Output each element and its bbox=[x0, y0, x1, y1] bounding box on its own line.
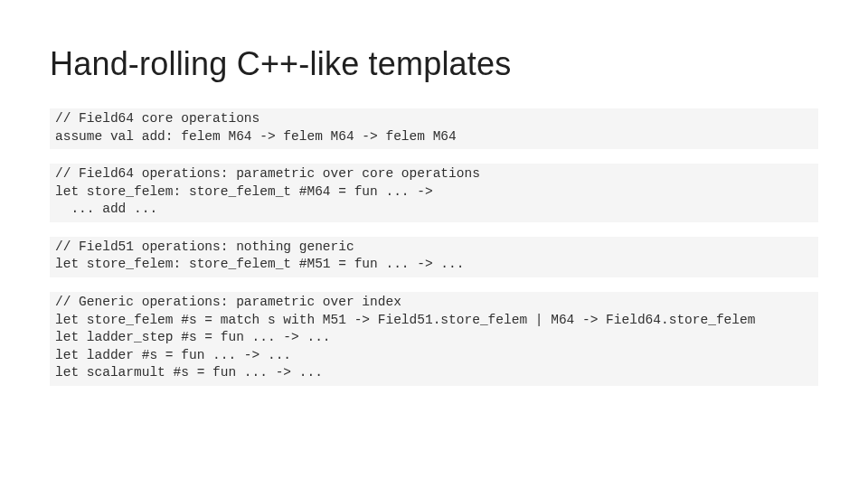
code-block-field51-ops: // Field51 operations: nothing generic l… bbox=[50, 237, 818, 277]
code-block-field64-core: // Field64 core operations assume val ad… bbox=[50, 108, 818, 149]
code-block-field64-ops: // Field64 operations: parametric over c… bbox=[50, 164, 818, 222]
slide-title: Hand-rolling C++-like templates bbox=[50, 45, 818, 83]
slide: Hand-rolling C++-like templates // Field… bbox=[0, 0, 868, 488]
code-block-generic-ops: // Generic operations: parametric over i… bbox=[50, 292, 818, 386]
